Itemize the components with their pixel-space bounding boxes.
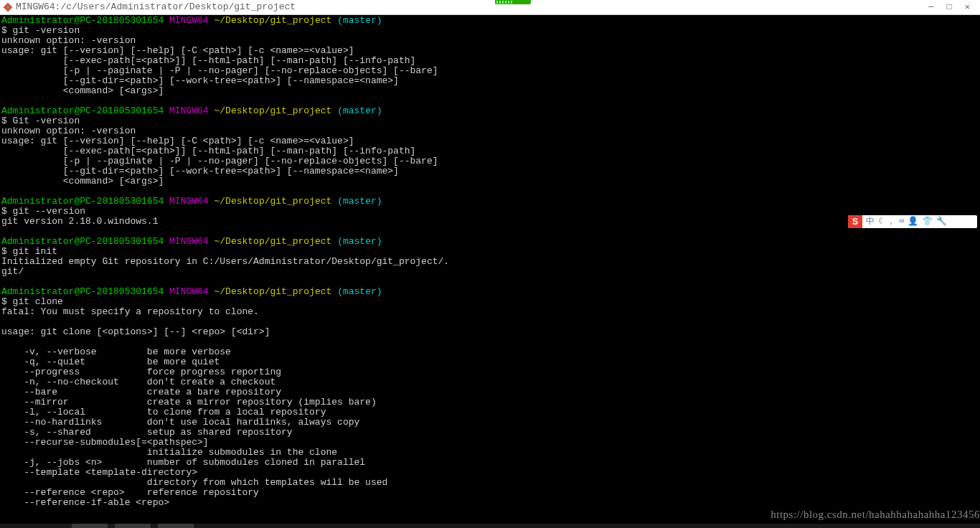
window-titlebar: MINGW64:/c/Users/Administrator/Desktop/g… <box>0 0 980 15</box>
ime-lang-icon[interactable]: 中 <box>866 217 875 226</box>
ime-punct-icon[interactable]: ， <box>887 217 895 226</box>
ime-badge[interactable]: S <box>848 215 862 228</box>
ime-keyboard-icon[interactable]: ⌨ <box>899 217 904 226</box>
ime-icons: 中 ☾ ， ⌨ 👤 👕 🔧 <box>862 217 951 226</box>
terminal-viewport[interactable]: Administrator@PC-201805301654 MINGW64 ~/… <box>0 14 980 528</box>
ime-skin-icon[interactable]: 👕 <box>922 217 933 226</box>
ime-moon-icon[interactable]: ☾ <box>878 217 883 226</box>
ime-toolbar[interactable]: S 中 ☾ ， ⌨ 👤 👕 🔧 <box>848 215 977 228</box>
maximize-button[interactable]: □ <box>947 2 952 12</box>
window-title: MINGW64:/c/Users/Administrator/Desktop/g… <box>16 2 296 12</box>
ime-user-icon[interactable]: 👤 <box>908 217 918 226</box>
ime-wrench-icon[interactable]: 🔧 <box>936 217 947 226</box>
top-activity-indicator <box>495 0 531 4</box>
app-icon <box>3 2 13 12</box>
taskbar[interactable] <box>0 524 980 528</box>
minimize-button[interactable]: — <box>928 2 933 12</box>
watermark: https://blog.csdn.net/hahahhahahahha1234… <box>771 509 980 519</box>
window-controls: — □ ✕ <box>928 2 980 12</box>
close-button[interactable]: ✕ <box>965 2 970 12</box>
